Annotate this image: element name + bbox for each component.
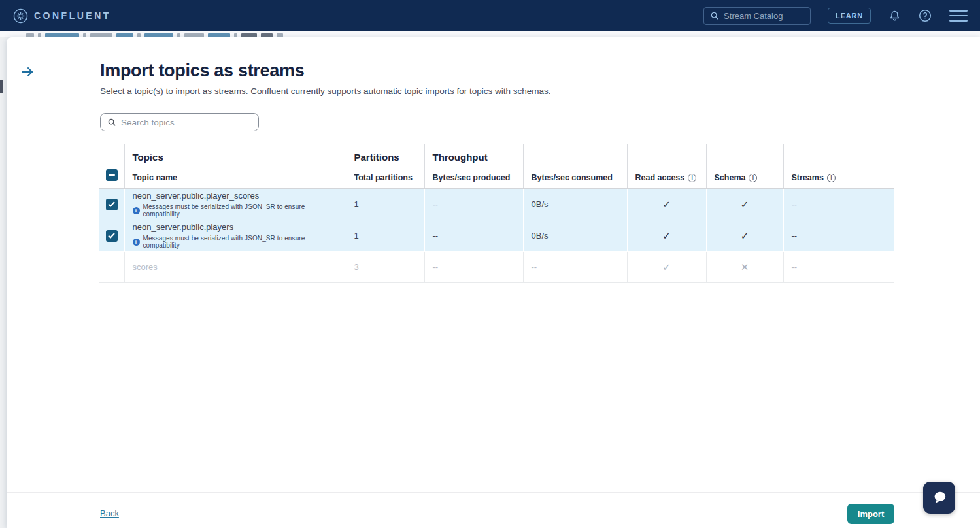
select-all-checkbox[interactable] bbox=[106, 169, 118, 181]
schema-cell: ✕ bbox=[706, 252, 783, 283]
produced-cell: -- bbox=[424, 220, 523, 252]
collapse-panel-arrow-icon[interactable] bbox=[20, 64, 35, 80]
streams-info-icon[interactable]: i bbox=[827, 174, 836, 182]
chat-bubble-icon bbox=[930, 489, 949, 507]
col-bytes-produced: Throughput Bytes/sec produced bbox=[424, 144, 523, 189]
streams-cell: -- bbox=[783, 189, 894, 220]
checkbox-cell[interactable] bbox=[99, 189, 124, 220]
consumed-cell: -- bbox=[523, 252, 627, 283]
breadcrumb-clipped-strip bbox=[0, 31, 980, 37]
read-access-cell: ✓ bbox=[627, 220, 706, 252]
read-access-info-icon[interactable]: i bbox=[688, 174, 696, 182]
partitions-cell: 1 bbox=[346, 220, 424, 252]
topic-note: iMessages must be serialized with JSON_S… bbox=[133, 235, 342, 249]
topic-note: iMessages must be serialized with JSON_S… bbox=[133, 203, 342, 218]
back-link[interactable]: Back bbox=[100, 508, 119, 518]
read-access-cell: ✓ bbox=[627, 189, 706, 220]
help-icon[interactable] bbox=[919, 9, 932, 22]
learn-button[interactable]: LEARN bbox=[828, 8, 871, 24]
table-header-row: Topics Topic name Partitions Total parti… bbox=[99, 144, 894, 189]
table-row: scores3----✓✕-- bbox=[99, 252, 894, 283]
confluent-logo-icon bbox=[13, 8, 28, 24]
col-total-partitions: Partitions Total partitions bbox=[346, 144, 424, 189]
stream-catalog-search[interactable] bbox=[703, 7, 811, 25]
row-checkbox[interactable] bbox=[106, 199, 118, 210]
topic-search-box[interactable] bbox=[100, 113, 259, 131]
streams-cell: -- bbox=[783, 220, 894, 252]
col-read-access: Read access i bbox=[627, 144, 706, 189]
row-checkbox[interactable] bbox=[106, 230, 118, 242]
produced-cell: -- bbox=[424, 252, 523, 283]
col-streams: Streams i bbox=[783, 144, 894, 189]
hamburger-menu-icon[interactable] bbox=[949, 8, 968, 24]
partitions-cell: 1 bbox=[346, 189, 424, 220]
consumed-cell: 0B/s bbox=[523, 189, 627, 220]
page-title: Import topics as streams bbox=[100, 61, 304, 81]
table-row[interactable]: neon_server.public.playersiMessages must… bbox=[99, 220, 894, 252]
produced-cell: -- bbox=[424, 189, 523, 220]
topic-cell: scores bbox=[124, 252, 346, 283]
topics-table: Topics Topic name Partitions Total parti… bbox=[99, 144, 894, 283]
schema-info-icon[interactable]: i bbox=[749, 174, 757, 182]
streams-cell: -- bbox=[783, 252, 894, 283]
checkbox-cell[interactable] bbox=[99, 220, 124, 252]
col-topic-name: Topics Topic name bbox=[124, 144, 346, 189]
col-schema: Schema i bbox=[706, 144, 783, 189]
topic-cell: neon_server.public.player_scoresiMessage… bbox=[124, 189, 346, 220]
import-button[interactable]: Import bbox=[847, 504, 894, 524]
partitions-cell: 3 bbox=[346, 252, 424, 283]
info-icon: i bbox=[133, 239, 140, 246]
info-icon: i bbox=[133, 207, 140, 214]
select-all-cell bbox=[99, 144, 124, 189]
footer-divider bbox=[7, 492, 980, 493]
search-icon bbox=[710, 11, 719, 20]
notifications-bell-icon[interactable] bbox=[888, 9, 902, 23]
import-topics-panel: Import topics as streams Select a topic(… bbox=[7, 37, 980, 528]
checkbox-cell bbox=[99, 252, 124, 283]
read-access-cell: ✓ bbox=[627, 252, 706, 283]
topics-table-body: neon_server.public.player_scoresiMessage… bbox=[99, 189, 894, 283]
background-panel-fragment bbox=[0, 80, 3, 93]
table-row[interactable]: neon_server.public.player_scoresiMessage… bbox=[99, 189, 894, 220]
schema-cell: ✓ bbox=[706, 220, 783, 252]
chat-launcher-button[interactable] bbox=[923, 482, 955, 514]
topic-cell: neon_server.public.playersiMessages must… bbox=[124, 220, 346, 252]
page-subtitle: Select a topic(s) to import as streams. … bbox=[100, 86, 551, 96]
brand-name: CONFLUENT bbox=[34, 10, 111, 21]
confluent-logo[interactable]: CONFLUENT bbox=[13, 8, 111, 24]
consumed-cell: 0B/s bbox=[523, 220, 627, 252]
stream-catalog-input[interactable] bbox=[724, 11, 796, 21]
top-navbar: CONFLUENT LEARN bbox=[0, 0, 980, 31]
topic-search-input[interactable] bbox=[121, 118, 245, 127]
schema-cell: ✓ bbox=[706, 189, 783, 220]
col-bytes-consumed: Bytes/sec consumed bbox=[523, 144, 627, 189]
search-icon bbox=[107, 118, 116, 127]
